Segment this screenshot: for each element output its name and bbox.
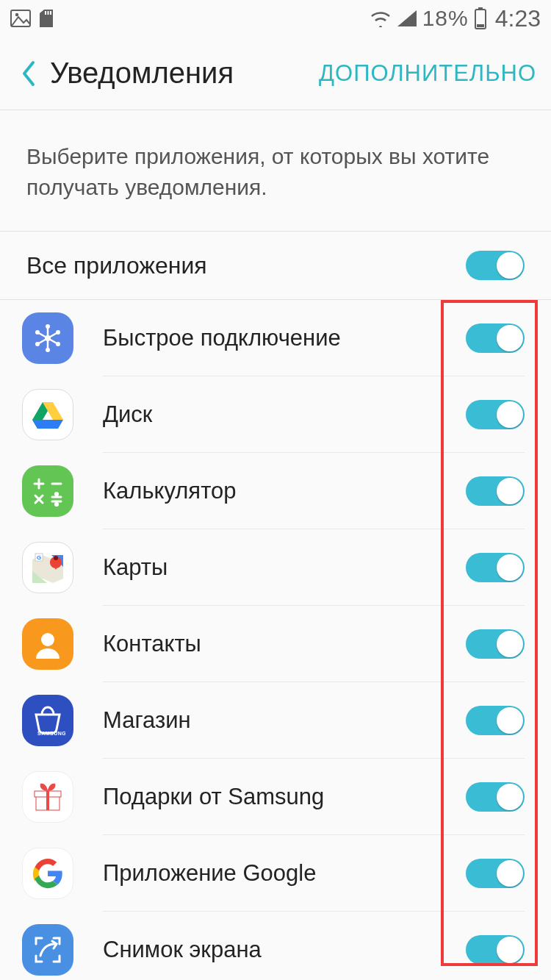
- page-title: Уведомления: [47, 57, 319, 90]
- svg-rect-2: [45, 11, 46, 15]
- battery-percent: 18%: [422, 6, 469, 31]
- app-toggle[interactable]: [466, 629, 525, 659]
- svg-marker-5: [397, 10, 417, 26]
- app-toggle[interactable]: [466, 476, 525, 506]
- svg-rect-3: [48, 11, 49, 15]
- app-name-label: Контакты: [103, 631, 466, 657]
- image-icon: [10, 10, 31, 27]
- status-left: [10, 9, 54, 28]
- svg-point-19: [46, 348, 50, 352]
- app-toggle[interactable]: [466, 400, 525, 429]
- app-row-quick-connect[interactable]: Быстрое подключение: [0, 300, 551, 376]
- google-icon: [22, 848, 73, 899]
- back-button[interactable]: [9, 51, 47, 96]
- app-row-store[interactable]: SAMSUNG Магазин: [0, 682, 551, 759]
- svg-point-32: [55, 493, 57, 495]
- svg-point-18: [56, 342, 60, 346]
- svg-point-1: [15, 13, 18, 16]
- app-name-label: Магазин: [103, 707, 466, 734]
- svg-point-39: [54, 556, 58, 560]
- gifts-icon: [22, 771, 73, 823]
- app-row-google[interactable]: Приложение Google: [0, 835, 551, 912]
- app-list: Быстрое подключение Диск Калькулятор G К…: [0, 300, 551, 980]
- svg-rect-8: [477, 24, 484, 27]
- app-name-label: Быстрое подключение: [103, 325, 466, 351]
- battery-icon: [475, 7, 486, 29]
- wifi-icon: [370, 10, 392, 27]
- svg-point-16: [46, 324, 50, 329]
- app-row-screenshot[interactable]: Снимок экрана: [0, 912, 551, 980]
- quick-connect-icon: [22, 312, 73, 364]
- app-row-contacts[interactable]: Контакты: [0, 606, 551, 682]
- drive-icon: [22, 389, 73, 440]
- app-row-calculator[interactable]: Калькулятор: [0, 453, 551, 529]
- status-right: 18% 4:23: [370, 5, 541, 32]
- app-toggle[interactable]: [466, 706, 525, 735]
- samsung-store-icon: SAMSUNG: [22, 695, 73, 746]
- app-name-label: Подарки от Samsung: [103, 784, 466, 810]
- app-header: Уведомления ДОПОЛНИТЕЛЬНО: [0, 37, 551, 110]
- all-apps-label: Все приложения: [26, 252, 207, 279]
- all-apps-toggle[interactable]: [466, 251, 525, 280]
- app-row-gifts[interactable]: Подарки от Samsung: [0, 759, 551, 835]
- app-toggle[interactable]: [466, 935, 525, 965]
- clock-time: 4:23: [495, 5, 541, 32]
- screenshot-icon: [22, 924, 73, 976]
- app-name-label: Снимок экрана: [103, 937, 466, 963]
- app-row-maps[interactable]: G Карты: [0, 529, 551, 606]
- app-name-label: Калькулятор: [103, 478, 466, 504]
- app-toggle[interactable]: [466, 782, 525, 812]
- svg-rect-44: [46, 791, 49, 810]
- signal-icon: [397, 10, 417, 26]
- chevron-left-icon: [20, 60, 36, 87]
- app-toggle[interactable]: [466, 553, 525, 582]
- svg-point-20: [35, 342, 40, 346]
- svg-text:SAMSUNG: SAMSUNG: [37, 731, 65, 736]
- header-action-more[interactable]: ДОПОЛНИТЕЛЬНО: [319, 60, 536, 87]
- app-name-label: Приложение Google: [103, 860, 466, 887]
- sd-card-icon: [38, 9, 54, 28]
- maps-icon: G: [22, 542, 73, 593]
- svg-marker-24: [32, 420, 63, 429]
- svg-point-33: [55, 503, 57, 505]
- svg-point-40: [41, 633, 54, 646]
- all-apps-row[interactable]: Все приложения: [0, 232, 551, 300]
- svg-rect-4: [50, 11, 51, 15]
- description-text: Выберите приложения, от которых вы хотит…: [0, 110, 551, 232]
- contacts-icon: [22, 618, 73, 670]
- app-toggle[interactable]: [466, 859, 525, 888]
- calculator-icon: [22, 465, 73, 517]
- status-bar: 18% 4:23: [0, 0, 551, 37]
- app-name-label: Карты: [103, 554, 466, 581]
- app-toggle[interactable]: [466, 323, 525, 353]
- svg-text:G: G: [37, 554, 41, 561]
- svg-point-21: [35, 330, 40, 335]
- app-row-drive[interactable]: Диск: [0, 376, 551, 453]
- svg-point-17: [56, 330, 60, 335]
- app-name-label: Диск: [103, 401, 466, 428]
